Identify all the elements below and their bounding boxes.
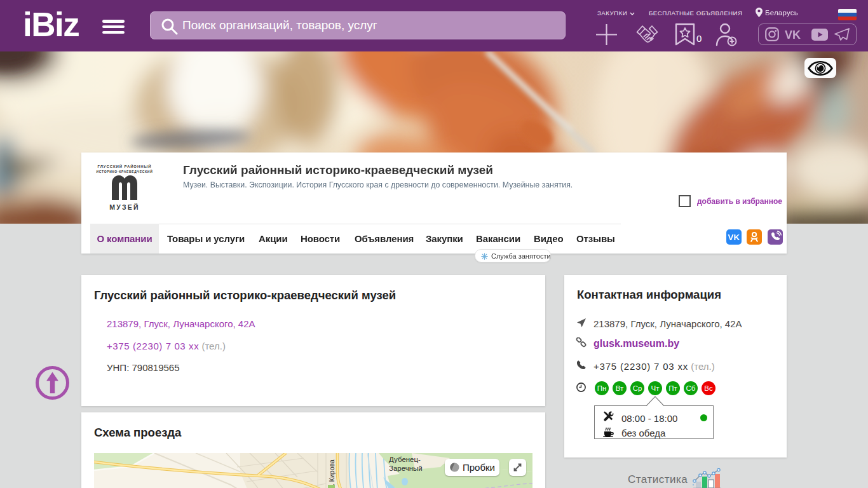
svg-text:. Кирова: . Кирова: [328, 459, 336, 485]
svg-text:Дубенец-: Дубенец-: [389, 456, 421, 463]
svg-text:Заречный: Заречный: [389, 464, 423, 472]
svg-text:VK: VK: [785, 30, 801, 39]
svg-text:VK: VK: [728, 233, 740, 242]
